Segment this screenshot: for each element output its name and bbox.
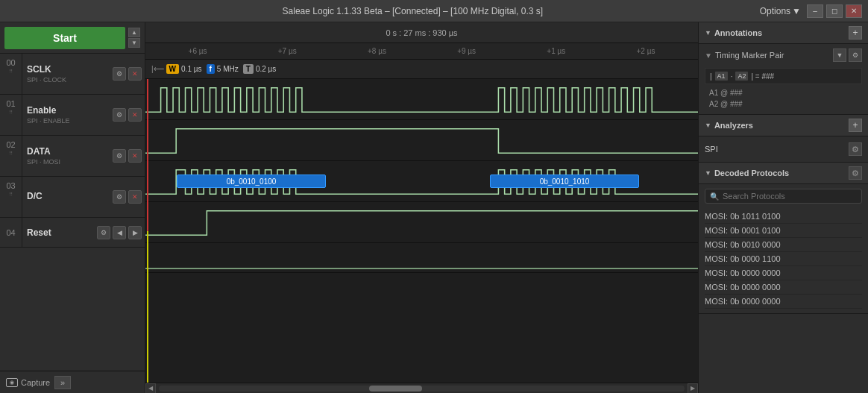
f-badge: f <box>207 64 215 74</box>
timing-marker-label: Timing Marker Pair <box>715 51 830 60</box>
decoded-protocols-title: Decoded Protocols <box>714 169 849 177</box>
timing-settings-button[interactable]: ⚙ <box>849 48 862 62</box>
sclk-svg <box>145 79 698 119</box>
start-button[interactable]: Start <box>4 27 125 49</box>
protocol-item-2: MOSI: 0b 0010 0000 <box>705 238 862 252</box>
channel-close-data[interactable]: ✕ <box>128 149 142 163</box>
channel-close-sclk[interactable]: ✕ <box>128 67 142 81</box>
channel-num-04: 04 <box>0 218 22 247</box>
channel-settings-reset[interactable]: ⚙ <box>97 226 110 239</box>
timing-down-button[interactable]: ▼ <box>833 48 846 62</box>
channel-num-00: 00 ⠿ <box>0 54 22 94</box>
protocol-item-4: MOSI: 0b 0000 0000 <box>705 266 862 280</box>
protocol-list: MOSI: 0b 1011 0100 MOSI: 0b 0001 0100 MO… <box>699 208 868 313</box>
channel-row-reset: 04 Reset ⚙ ◀ ▶ <box>0 218 145 248</box>
channel-name-sclk: SCLK <box>27 64 108 75</box>
waveform-reset <box>145 243 698 273</box>
spi-analyzer-row: SPI ⚙ <box>705 139 862 159</box>
dc-svg <box>145 202 698 242</box>
waveforms-container[interactable]: 0b_0010_0100 0b_0010_1010 <box>145 79 698 383</box>
time-tick-2: +8 µs <box>332 47 421 55</box>
channel-controls-data: ⚙ ✕ <box>113 136 145 176</box>
capture-button[interactable]: ◉ Capture <box>6 378 50 387</box>
waveform-enable <box>145 120 698 161</box>
options-menu[interactable]: Options ▼ <box>760 6 801 16</box>
search-icon: 🔍 <box>710 192 719 201</box>
channel-settings-sclk[interactable]: ⚙ <box>113 67 126 81</box>
scroll-left-button[interactable]: ◀ <box>145 383 156 394</box>
channel-settings-enable[interactable]: ⚙ <box>113 108 126 122</box>
search-protocols-box[interactable]: 🔍 <box>705 189 862 204</box>
data-annotation-second: 0b_0010_1010 <box>490 175 639 188</box>
scroll-right-button[interactable]: ▶ <box>688 383 698 394</box>
time-tick-0: +6 µs <box>153 47 242 55</box>
channel-settings-dc[interactable]: ⚙ <box>113 190 126 204</box>
channel-label-data: SPI · MOSI <box>27 158 108 166</box>
a1-annotation: A1 @ ### <box>705 87 862 98</box>
channel-num-03: 03 ⠿ <box>0 177 22 217</box>
search-protocols-input[interactable] <box>723 192 857 201</box>
filter-icon: ▼ <box>705 51 712 60</box>
scrollbar-thumb[interactable] <box>369 386 422 392</box>
decoded-protocols-chevron: ▼ <box>705 169 711 177</box>
start-button-row: Start ▲ ▼ <box>0 22 145 54</box>
channel-info-data: DATA SPI · MOSI <box>22 136 113 176</box>
scrollbar-track[interactable] <box>159 386 685 392</box>
waveform-sclk <box>145 79 698 120</box>
analyzers-add-button[interactable]: + <box>849 119 862 132</box>
analyzers-body: SPI ⚙ <box>699 136 868 162</box>
channel-info-sclk: SCLK SPI · CLOCK <box>22 54 113 94</box>
channel-num-01: 01 ⠿ <box>0 95 22 135</box>
channel-next-reset[interactable]: ▶ <box>128 226 142 239</box>
minimize-button[interactable]: – <box>807 4 823 18</box>
channel-prev-reset[interactable]: ◀ <box>113 226 126 239</box>
waveform-area: 0 s : 27 ms : 930 µs +6 µs +7 µs +8 µs +… <box>145 22 698 393</box>
analyzer-name-spi: SPI <box>705 145 849 154</box>
channel-row-sclk: 00 ⠿ SCLK SPI · CLOCK ⚙ ✕ <box>0 54 145 95</box>
channel-close-enable[interactable]: ✕ <box>128 108 142 122</box>
t-badge: T <box>243 64 254 74</box>
restore-button[interactable]: ◻ <box>826 4 843 18</box>
channel-name-data: DATA <box>27 146 108 157</box>
annotations-chevron: ▼ <box>705 29 711 37</box>
period-badge: T 0.2 µs <box>243 64 277 74</box>
expand-button[interactable]: » <box>54 376 71 389</box>
annotations-add-button[interactable]: + <box>849 26 862 40</box>
channel-controls-sclk: ⚙ ✕ <box>113 54 145 94</box>
channel-info-dc: D/C <box>22 177 113 217</box>
channel-name-reset: Reset <box>27 227 51 238</box>
waveform-overlay: |⟵ W 0.1 µs f 5 MHz T 0.2 µs <box>145 60 698 79</box>
channel-controls-reset: ⚙ ◀ ▶ <box>97 218 145 247</box>
time-tick-3: +9 µs <box>422 47 512 55</box>
scrollbar[interactable]: ◀ ▶ <box>145 383 698 393</box>
decoded-protocols-settings-button[interactable]: ⚙ <box>849 166 862 180</box>
arrow-down-button[interactable]: ▼ <box>128 38 140 48</box>
protocol-item-1: MOSI: 0b 0001 0100 <box>705 224 862 238</box>
channel-controls-dc: ⚙ ✕ <box>113 177 145 217</box>
waveform-dc <box>145 202 698 243</box>
channel-row-data: 02 ⠿ DATA SPI · MOSI ⚙ ✕ <box>0 136 145 177</box>
freq-badge: f 5 MHz <box>207 64 239 74</box>
channel-row-dc: 03 ⠿ D/C ⚙ ✕ <box>0 177 145 218</box>
channel-close-dc[interactable]: ✕ <box>128 190 142 204</box>
arrow-up-button[interactable]: ▲ <box>128 28 140 37</box>
channel-info-enable: Enable SPI · ENABLE <box>22 95 113 135</box>
time-tick-5: +2 µs <box>601 47 691 55</box>
annotations-title: Annotations <box>714 28 849 37</box>
channel-settings-data[interactable]: ⚙ <box>113 149 126 163</box>
analyzer-settings-button[interactable]: ⚙ <box>849 142 862 156</box>
analyzers-title: Analyzers <box>714 121 849 130</box>
enable-svg <box>145 120 698 160</box>
decoded-protocols-section: ▼ Decoded Protocols ⚙ 🔍 MOSI: 0b 1011 01… <box>699 163 868 314</box>
svg-rect-3 <box>145 202 698 242</box>
time-header: 0 s : 27 ms : 930 µs <box>145 22 698 43</box>
capture-icon: ◉ <box>6 378 18 387</box>
analyzers-header: ▼ Analyzers + <box>699 115 868 136</box>
main-layout: Start ▲ ▼ 00 ⠿ SCLK SPI · CLOCK ⚙ ✕ <box>0 22 868 393</box>
svg-rect-1 <box>145 120 698 160</box>
close-button[interactable]: ✕ <box>846 4 862 18</box>
title-bar: Saleae Logic 1.1.33 Beta – [Connected] –… <box>0 0 868 22</box>
a2-annotation: A2 @ ### <box>705 98 862 110</box>
annotations-section: ▼ Annotations + ▼ Timing Marker Pair ▼ ⚙… <box>699 22 868 115</box>
time-tick-1: +7 µs <box>242 47 332 55</box>
